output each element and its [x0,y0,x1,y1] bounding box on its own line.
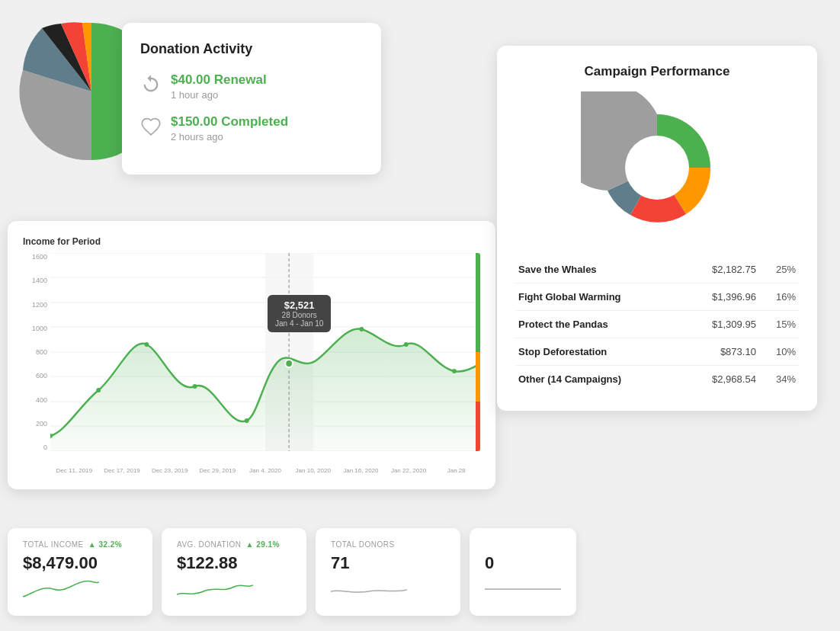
campaign-amount: $1,396.96 [682,283,759,311]
activity-item-2: $150.00 Completed 2 hours ago [140,114,363,143]
x-label: Jan 16, 2020 [337,467,385,474]
stat-card-total-income: TOTAL INCOME ▲ 32.2% $8,479.00 [8,528,152,616]
activity-text-1: $40.00 Renewal 1 hour ago [171,72,267,101]
campaign-amount: $1,309.95 [682,311,759,338]
x-label: Dec 29, 2019 [194,467,242,474]
svg-point-0 [625,136,689,200]
campaign-name: Save the Whales [515,256,682,283]
svg-point-18 [359,327,364,332]
table-row: Protect the Pandas $1,309.95 15% [515,311,799,338]
campaign-percent: 25% [759,256,799,283]
stat-card-avg-donation: AVG. DONATION ▲ 29.1% $122.88 [162,528,306,616]
stat-change-total-income: ▲ 32.2% [88,540,123,549]
x-label: Dec 17, 2019 [98,467,146,474]
campaign-name: Protect the Pandas [515,311,682,338]
table-row: Stop Deforestation $873.10 10% [515,338,799,366]
campaign-performance-card: Campaign Performance Save the [497,46,817,411]
stat-label-total-donors: TOTAL DONORS [331,540,445,549]
scene: Donation Activity $40.00 Renewal 1 hour … [0,0,840,631]
y-label: 600 [23,372,47,380]
y-label: 0 [23,444,47,451]
stat-value-total-income: $8,479.00 [23,553,137,573]
x-label: Dec 23, 2019 [146,467,194,474]
campaign-percent: 15% [759,311,799,338]
activity-amount-1: $40.00 Renewal [171,72,267,88]
donation-activity-card: Donation Activity $40.00 Renewal 1 hour … [122,23,381,175]
sparkline-svg [331,578,407,601]
svg-point-16 [245,418,249,423]
campaign-percent: 10% [759,338,799,366]
stat-value-total-donors: 71 [331,553,445,573]
table-row: Other (14 Campaigns) $2,968.54 34% [515,366,799,393]
green-side-bar [476,253,480,352]
red-side-bar [476,402,480,451]
campaign-percent: 34% [759,366,799,393]
campaign-amount: $873.10 [682,338,759,366]
activity-text-2: $150.00 Completed 2 hours ago [171,114,288,143]
table-row: Save the Whales $2,182.75 25% [515,256,799,283]
sparkline-total-donors [331,578,445,604]
y-label: 200 [23,420,47,428]
campaign-performance-title: Campaign Performance [515,64,799,79]
sparkline-fourth [485,578,561,604]
stat-label-avg-donation: AVG. DONATION ▲ 29.1% [177,540,291,549]
campaign-name: Other (14 Campaigns) [515,366,682,393]
x-label: Dec 11, 2019 [50,467,98,474]
y-label: 400 [23,396,47,404]
renewal-icon [140,74,162,95]
svg-point-15 [193,384,197,389]
activity-time-2: 2 hours ago [171,131,288,143]
campaign-table: Save the Whales $2,182.75 25% Fight Glob… [515,256,799,392]
stat-value-fourth: 0 [485,553,561,573]
y-label: 1000 [23,325,47,332]
x-label: Jan 22, 2020 [385,467,433,474]
campaign-name: Stop Deforestation [515,338,682,366]
sparkline-avg-donation [177,578,291,604]
stat-label-fourth [485,540,561,549]
stat-card-fourth: 0 [470,528,576,616]
svg-point-20 [452,369,457,373]
chart-plot: $2,521 28 Donors Jan 4 - Jan 10 [50,253,480,451]
stat-card-total-donors: TOTAL DONORS 71 [316,528,460,616]
activity-amount-2: $150.00 Completed [171,114,288,130]
y-label: 800 [23,348,47,356]
sparkline-svg [23,578,99,601]
sparkline-svg [177,578,253,601]
sparkline-svg [485,578,561,601]
x-axis: Dec 11, 2019 Dec 17, 2019 Dec 23, 2019 D… [50,467,480,474]
y-label: 1200 [23,301,47,309]
line-chart-svg [50,253,480,451]
stat-cards: TOTAL INCOME ▲ 32.2% $8,479.00 AVG. DONA… [8,528,576,616]
stat-value-avg-donation: $122.88 [177,553,291,573]
stat-label-total-income: TOTAL INCOME ▲ 32.2% [23,540,137,549]
svg-point-14 [144,342,149,347]
orange-side-bar [476,352,480,402]
stat-change-avg-donation: ▲ 29.1% [245,540,280,549]
campaign-percent: 16% [759,283,799,311]
donation-activity-title: Donation Activity [140,41,363,57]
y-label: 1400 [23,277,47,284]
donut-chart-svg [581,91,733,244]
x-label: Jan 10, 2020 [289,467,337,474]
x-label: Jan 28 [432,467,480,474]
y-axis: 0 200 400 600 800 1000 1200 1400 1600 [23,253,50,451]
activity-time-1: 1 hour ago [171,89,267,101]
sparkline-total-income [23,578,137,604]
campaign-amount: $2,968.54 [682,366,759,393]
table-row: Fight Global Warming $1,396.96 16% [515,283,799,311]
x-label: Jan 4, 2020 [242,467,290,474]
y-label: 1600 [23,253,47,261]
donut-chart-container [515,91,799,244]
chart-area: 0 200 400 600 800 1000 1200 1400 1600 [23,253,480,482]
svg-point-19 [404,342,409,347]
heart-icon [140,116,162,137]
campaign-name: Fight Global Warming [515,283,682,311]
svg-point-17 [285,360,293,367]
income-chart-card: Income for Period 0 200 400 600 800 1000… [8,221,495,489]
activity-item-1: $40.00 Renewal 1 hour ago [140,72,363,101]
svg-point-13 [96,388,101,392]
campaign-amount: $2,182.75 [682,256,759,283]
income-chart-title: Income for Period [23,236,480,247]
